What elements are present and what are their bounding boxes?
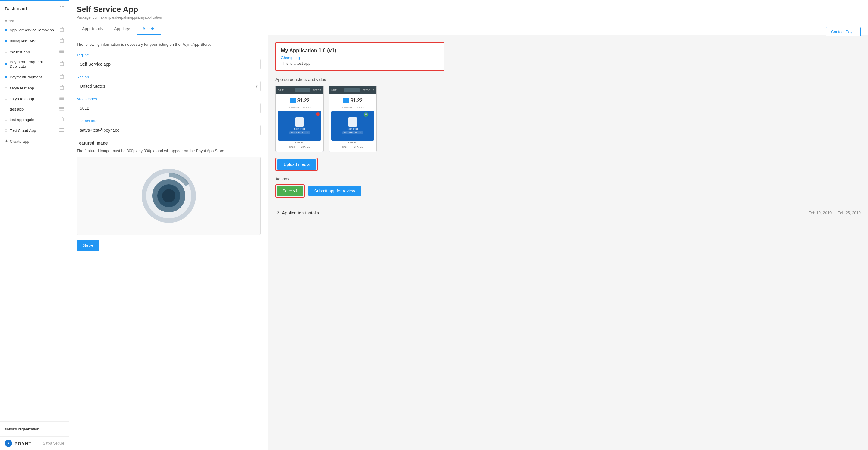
top-section: Self Service App Package: com.example.de… — [69, 0, 868, 35]
svg-rect-7 — [59, 108, 64, 109]
tab-notes-2: NOTES — [355, 106, 365, 109]
icon-satya-test-app-1 — [59, 85, 64, 91]
screenshot-bottom-2: CASH CHARGE — [331, 144, 374, 149]
screenshot-top-select-1 — [295, 88, 310, 92]
sidebar-item-PaymentFragment[interactable]: PaymentFragment — [0, 71, 69, 83]
screenshot-amount-1: $1.22 — [290, 98, 310, 103]
dot-satya-test-app-2 — [5, 98, 7, 100]
dashboard-link[interactable]: Dashboard — [5, 6, 27, 11]
insert-icon-1 — [295, 118, 304, 127]
label-my-test-app: my test app — [10, 50, 30, 54]
content-area: The following information is necessary f… — [69, 35, 868, 450]
mcc-label: MCC codes — [76, 97, 261, 101]
label-satya-test-app-2: satya test app — [10, 97, 34, 101]
screenshot-top-select-2 — [344, 88, 360, 92]
featured-image-container — [76, 157, 261, 235]
save-button[interactable]: Save — [76, 240, 99, 251]
label-test-app-again: test app again — [10, 118, 34, 122]
create-app-label: Create app — [10, 139, 29, 144]
svg-rect-3 — [59, 97, 64, 98]
contact-poynt-button[interactable]: Contact Poynt — [826, 27, 861, 36]
panel-description: The following information is necessary f… — [76, 42, 261, 47]
sidebar-item-my-test-app[interactable]: my test app — [0, 47, 69, 57]
package-label: Package: — [76, 15, 92, 20]
tagline-group: Tagline — [76, 53, 261, 69]
svg-rect-10 — [59, 130, 64, 131]
svg-point-16 — [162, 189, 176, 202]
sidebar-item-TestCloudApp[interactable]: Test Cloud App — [0, 125, 69, 135]
tab-notes-1: NOTES — [302, 106, 312, 109]
dot-satya-test-app-1 — [5, 87, 7, 90]
sidebar-item-satya-test-app-2[interactable]: satya test app — [0, 94, 69, 104]
svg-rect-5 — [59, 99, 64, 100]
svg-rect-2 — [59, 53, 64, 53]
tabs-bar: App details App keys Assets — [76, 23, 861, 35]
contact-group: Contact info — [76, 119, 261, 135]
screenshots-row: SALE CREDIT $1.22 SUMMARY NOTES — [276, 86, 861, 152]
mcc-group: MCC codes — [76, 97, 261, 113]
screenshot-blue-area-1: ! Insert or Tap MANUAL ENTRY — [278, 111, 321, 141]
app-description: This is a test app — [281, 61, 439, 66]
icon-PaymentFragment — [59, 74, 64, 80]
page-title: Self Service App — [76, 5, 861, 14]
tab-app-details[interactable]: App details — [76, 23, 108, 35]
sidebar-item-PaymentFragmentDuplicate[interactable]: Payment Fragment Duplicate — [0, 57, 69, 71]
mcc-input[interactable] — [76, 103, 261, 113]
icon-test-app-again — [59, 117, 64, 123]
label-PaymentFragmentDuplicate: Payment Fragment Duplicate — [10, 60, 59, 69]
region-select[interactable]: United States Europe Canada — [76, 81, 261, 91]
sidebar-footer: satya's organization ≡ — [0, 421, 69, 437]
contact-input[interactable] — [76, 125, 261, 135]
main-content: Self Service App Package: com.example.de… — [69, 0, 868, 450]
sidebar-item-AppSelfServiceDemoApp[interactable]: AppSelfServiceDemoApp — [0, 24, 69, 36]
apps-section-label: APPS — [0, 16, 69, 24]
installs-date: Feb 19, 2019 — Feb 25, 2019 — [809, 211, 861, 215]
org-name: satya's organization — [5, 427, 39, 431]
icon-my-test-app — [59, 50, 64, 54]
create-app-button[interactable]: + Create app — [0, 135, 69, 147]
installs-icon: ↗ — [276, 210, 279, 216]
icon-satya-test-app-2 — [59, 96, 64, 101]
screenshot-top-bar-1: SALE CREDIT — [276, 86, 323, 94]
amount-text-1: $1.22 — [298, 98, 310, 103]
card-icon-2 — [343, 98, 349, 103]
dot-test-app — [5, 108, 7, 110]
svg-rect-0 — [59, 50, 64, 51]
screenshot-tabs-2: SUMMARY NOTES — [340, 106, 365, 109]
card-icon-1 — [290, 98, 296, 103]
screenshot-bottom-1: CASH CHARGE — [278, 144, 321, 149]
svg-rect-9 — [59, 128, 64, 129]
tab-assets[interactable]: Assets — [137, 23, 161, 35]
menu-icon[interactable]: ≡ — [61, 426, 64, 432]
label-PaymentFragment: PaymentFragment — [10, 75, 42, 79]
sidebar-item-test-app[interactable]: test app — [0, 104, 69, 114]
submit-review-button[interactable]: Submit app for review — [308, 186, 361, 196]
sidebar-item-satya-test-app-1[interactable]: satya test app — [0, 83, 69, 94]
changelog-link[interactable]: Changelog — [281, 56, 439, 60]
save-v1-button[interactable]: Save v1 — [277, 186, 303, 196]
upload-media-button[interactable]: Upload media — [277, 159, 316, 169]
dot-PaymentFragmentDuplicate — [5, 63, 7, 65]
charge-btn-1: CHARGE — [301, 146, 310, 148]
actions-label: Actions — [276, 176, 861, 181]
tagline-label: Tagline — [76, 53, 261, 57]
insert-text-2: Insert or Tap — [347, 128, 359, 130]
screenshot-2: SALE CREDIT 2 $1.22 SUMMARY NOTES — [329, 86, 377, 152]
package-info: Package: com.example.deepakmuppiri.myapp… — [76, 15, 861, 20]
cash-btn-2: CASH — [342, 146, 348, 148]
label-BillingTestDev: BillingTest Dev — [10, 39, 35, 43]
tagline-input[interactable] — [76, 59, 261, 69]
svg-rect-4 — [59, 98, 64, 99]
sidebar-item-BillingTestDev[interactable]: BillingTest Dev — [0, 36, 69, 47]
sidebar-header: Dashboard ☷ — [0, 1, 69, 16]
upload-media-wrapper: Upload media — [276, 158, 318, 171]
dashboard-icon: ☷ — [59, 5, 64, 12]
featured-image-label: Featured image — [76, 141, 261, 146]
featured-image-desc: The featured image must be 300px by 300p… — [76, 149, 261, 153]
svg-rect-8 — [59, 110, 64, 110]
app-version-title: My Application 1.0 (v1) — [281, 47, 439, 54]
sidebar-item-test-app-again[interactable]: test app again — [0, 114, 69, 125]
tab-app-keys[interactable]: App keys — [108, 23, 137, 35]
installs-section: ↗ Application installs Feb 19, 2019 — Fe… — [276, 205, 861, 216]
screenshot-body-2: $1.22 SUMMARY NOTES ♿ Insert or Tap — [329, 94, 376, 152]
